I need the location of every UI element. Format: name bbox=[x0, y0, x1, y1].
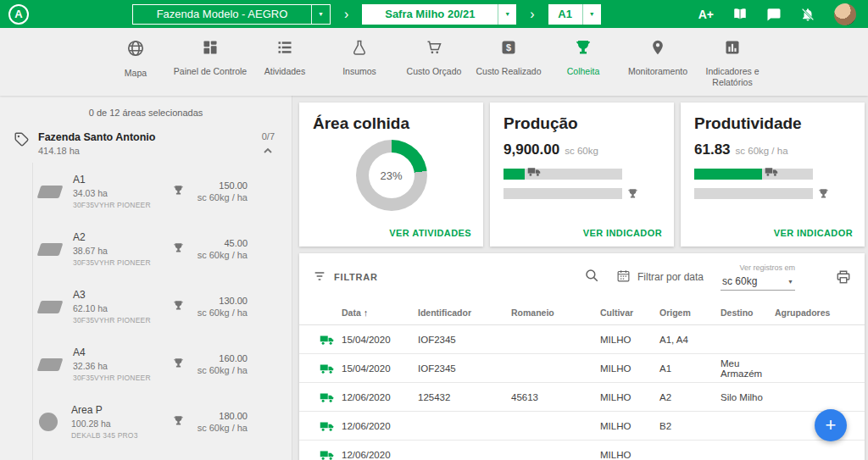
area-yield: 150.00 sc 60kg / ha bbox=[173, 180, 248, 202]
tab-label: Atividades bbox=[264, 66, 305, 77]
trophy-icon bbox=[173, 357, 184, 372]
area-list-item-a2[interactable]: A2 38.67 ha 30F35VYHR PIONEER 45.00 sc 6… bbox=[0, 220, 292, 278]
tab-painel-de-controle[interactable]: Painel de Controle bbox=[173, 39, 248, 77]
date-filter-button[interactable]: Filtrar por data bbox=[616, 269, 704, 285]
topbar: A Fazenda Modelo - AEGRO ▼ › Safra Milho… bbox=[0, 0, 868, 28]
tab-label: Custo Realizado bbox=[476, 66, 541, 77]
col-header-romaneio[interactable]: Romaneio bbox=[508, 301, 597, 325]
col-header-identificador[interactable]: Identificador bbox=[415, 301, 508, 325]
production-goal-bar bbox=[504, 188, 622, 199]
trophy-icon bbox=[627, 187, 638, 202]
tab-custo-realizado[interactable]: $ Custo Realizado bbox=[471, 39, 546, 77]
area-list-item-area-p[interactable]: Area P 100.28 ha DEKALB 345 PRO3 180.00 … bbox=[0, 393, 292, 451]
truck-icon bbox=[527, 165, 542, 180]
svg-text:$: $ bbox=[506, 42, 511, 53]
farm-selector[interactable]: Fazenda Modelo - AEGRO ▼ bbox=[132, 4, 331, 25]
season-selector[interactable]: Safra Milho 20/21 ▼ bbox=[362, 4, 516, 25]
col-header-cultivar[interactable]: Cultivar bbox=[597, 301, 656, 325]
tab-colheita[interactable]: Colheita bbox=[546, 39, 620, 77]
area-size: 38.67 ha bbox=[73, 246, 173, 256]
chevron-down-icon: ▼ bbox=[787, 279, 793, 285]
academy-icon[interactable]: A+ bbox=[698, 8, 714, 21]
yield-value: 180.00 bbox=[192, 411, 248, 421]
book-icon[interactable] bbox=[732, 7, 748, 22]
table-row[interactable]: 15/04/2020 IOF2345 MILHO A1 Meu Armazém bbox=[299, 354, 865, 383]
ver-atividades-link[interactable]: VER ATIVIDADES bbox=[389, 228, 471, 238]
area-name: A2 bbox=[73, 231, 173, 243]
area-size: 100.28 ha bbox=[71, 418, 173, 429]
module-tabbar: Mapa Painel de Controle Atividades Insum… bbox=[0, 28, 868, 96]
table-row[interactable]: 12/06/2020 MILHO B2 bbox=[299, 412, 865, 441]
col-header-destino[interactable]: Destino bbox=[717, 301, 771, 325]
cell-cultivar: MILHO bbox=[597, 325, 656, 354]
production-unit: sc 60kg bbox=[565, 146, 598, 156]
cell-destino bbox=[717, 325, 771, 354]
cell-cultivar: MILHO bbox=[597, 383, 656, 412]
tab-atividades[interactable]: Atividades bbox=[248, 39, 322, 77]
area-yield: 45.00 sc 60kg / ha bbox=[173, 238, 248, 260]
trophy-icon bbox=[173, 184, 184, 199]
card-produtividade: Produtividade 61.83 sc 60kg / ha VER IND… bbox=[681, 103, 865, 247]
cell-romaneio bbox=[508, 325, 597, 354]
harvest-donut: 23% bbox=[356, 140, 427, 211]
bar-chart-icon bbox=[724, 39, 741, 59]
search-icon[interactable] bbox=[584, 268, 599, 286]
harvest-records-table: Data↑ Identificador Romaneio Cultivar Or… bbox=[299, 301, 865, 460]
area-shape-icon bbox=[39, 413, 58, 431]
cell-romaneio: 45613 bbox=[508, 383, 597, 412]
tab-label: Insumos bbox=[342, 66, 376, 77]
truck-icon bbox=[320, 449, 335, 460]
tab-label: Indicadores e Relatórios bbox=[695, 66, 770, 88]
farm-group-header[interactable]: Fazenda Santo Antonio 414.18 ha 0/7 bbox=[0, 130, 292, 163]
col-header-data[interactable]: Data↑ bbox=[338, 301, 415, 325]
user-avatar[interactable] bbox=[834, 3, 856, 25]
area-size: 32.36 ha bbox=[73, 361, 173, 371]
area-name: A4 bbox=[73, 346, 173, 358]
table-row[interactable]: 12/06/2020 125432 45613 MILHO A2 Silo Mi… bbox=[299, 383, 865, 412]
filter-button[interactable]: FILTRAR bbox=[313, 269, 378, 285]
tab-monitoramento[interactable]: Monitoramento bbox=[620, 39, 695, 77]
tab-custo-orcado[interactable]: Custo Orçado bbox=[397, 39, 471, 77]
tab-insumos[interactable]: Insumos bbox=[322, 39, 397, 77]
harvest-records-card: FILTRAR Filtrar por data Ver registros e… bbox=[299, 253, 865, 460]
area-list-item-a4[interactable]: A4 32.36 ha 30F35VYHR PIONEER 160.00 sc … bbox=[0, 335, 292, 393]
tab-indicadores-relatorios[interactable]: Indicadores e Relatórios bbox=[695, 39, 770, 88]
trophy-icon bbox=[173, 414, 184, 430]
add-record-fab[interactable]: + bbox=[815, 409, 847, 441]
trophy-icon bbox=[818, 187, 829, 202]
globe-icon bbox=[126, 39, 145, 61]
print-icon[interactable] bbox=[836, 269, 851, 285]
ver-indicador-link[interactable]: VER INDICADOR bbox=[774, 228, 853, 238]
farm-selector-label: Fazenda Modelo - AEGRO bbox=[133, 5, 311, 24]
main-panel: Área colhida 23% VER ATIVIDADES Produção… bbox=[292, 96, 868, 460]
area-list-item-a1[interactable]: A1 34.03 ha 30F35VYHR PIONEER 150.00 sc … bbox=[0, 163, 292, 220]
table-row[interactable]: 15/04/2020 IOF2345 MILHO A1, A4 bbox=[299, 325, 865, 354]
col-header-agrupadores[interactable]: Agrupadores bbox=[771, 301, 865, 325]
cell-destino: Meu Armazém bbox=[717, 354, 771, 383]
chat-icon[interactable] bbox=[766, 7, 782, 22]
cell-romaneio bbox=[508, 354, 597, 383]
area-list-item-a3[interactable]: A3 62.10 ha 30F35VYHR PIONEER 130.00 sc … bbox=[0, 278, 292, 335]
table-row[interactable]: 12/06/2020 MILHO bbox=[299, 441, 865, 460]
trophy-icon bbox=[173, 241, 184, 257]
chevron-down-icon: ▼ bbox=[582, 4, 601, 25]
ver-indicador-link[interactable]: VER INDICADOR bbox=[583, 228, 662, 238]
truck-icon bbox=[320, 363, 335, 374]
area-selector[interactable]: A1 ▼ bbox=[548, 4, 601, 25]
tab-mapa[interactable]: Mapa bbox=[98, 39, 173, 79]
date-filter-label: Filtrar por data bbox=[637, 271, 704, 283]
col-header-origem[interactable]: Origem bbox=[656, 301, 717, 325]
chevron-up-icon[interactable] bbox=[263, 146, 273, 156]
calendar-icon bbox=[616, 269, 631, 285]
cell-origem: A2 bbox=[656, 383, 717, 412]
productivity-unit: sc 60kg / ha bbox=[736, 146, 788, 156]
area-list-item-b1[interactable]: B1 bbox=[0, 451, 292, 460]
area-cultivar: 30F35VYHR PIONEER bbox=[73, 316, 173, 324]
trophy-icon bbox=[173, 299, 184, 314]
card-title: Produtividade bbox=[694, 114, 851, 133]
area-cultivar: 30F35VYHR PIONEER bbox=[73, 374, 173, 382]
truck-icon bbox=[765, 165, 779, 180]
notifications-off-icon[interactable] bbox=[800, 7, 815, 22]
unit-select[interactable]: sc 60kg ▼ bbox=[721, 274, 795, 291]
area-cultivar: 30F35VYHR PIONEER bbox=[73, 258, 173, 267]
